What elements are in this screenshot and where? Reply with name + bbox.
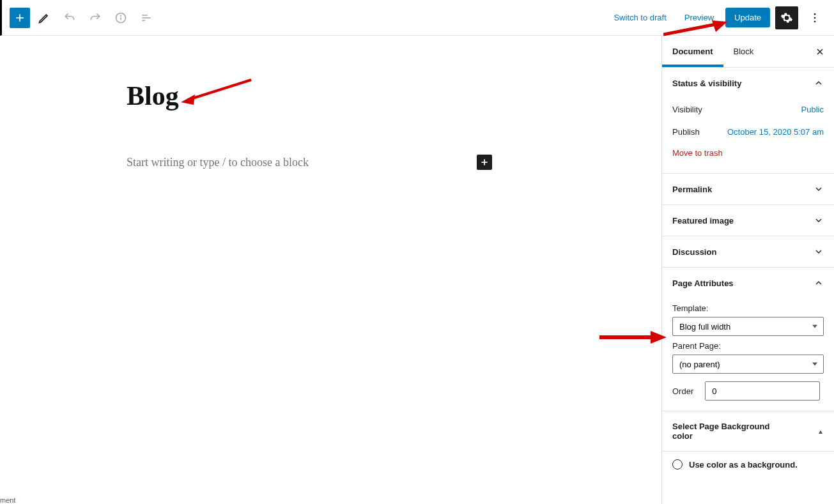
svg-point-8 [814,13,816,15]
panel-title: Status & visibility [672,79,741,88]
add-block-inline-button[interactable] [477,155,492,170]
empty-block-row: Start writing or type / to choose a bloc… [127,155,492,170]
order-input[interactable] [705,381,820,401]
right-tool-group: Switch to draft Preview Update [607,6,826,29]
panel-bg-color: Select Page Background color ▲ [662,411,834,452]
tab-document[interactable]: Document [662,36,723,67]
settings-sidebar: Document Block Status & visibility Visib… [661,36,834,504]
chevron-up-icon [814,278,824,288]
panel-page-attributes: Page Attributes Template: Blog full widt… [662,268,834,411]
panel-header-page-attributes[interactable]: Page Attributes [662,268,834,298]
svg-point-10 [814,20,816,22]
undo-icon [63,11,76,24]
plus-icon [13,11,26,24]
row-publish: Publish October 15, 2020 5:07 am [672,121,824,143]
sidebar-tabs: Document Block [662,36,834,68]
visibility-label: Visibility [672,105,702,114]
panel-title: Permalink [672,185,712,194]
panel-body-page-attributes: Template: Blog full width Parent Page: (… [662,303,834,411]
panel-title: Page Attributes [672,279,734,288]
panel-header-bg-color[interactable]: Select Page Background color ▲ [662,411,834,451]
panel-permalink: Permalink [662,174,834,205]
panel-status-visibility: Status & visibility Visibility Public Pu… [662,68,834,174]
panel-header-featured-image[interactable]: Featured image [662,205,834,236]
undo-button[interactable] [58,6,81,29]
publish-value[interactable]: October 15, 2020 5:07 am [727,127,824,137]
block-placeholder[interactable]: Start writing or type / to choose a bloc… [127,156,309,169]
update-button[interactable]: Update [725,8,770,27]
use-color-row[interactable]: Use color as a background. [662,452,834,477]
parent-page-select[interactable]: (no parent) [672,355,824,374]
svg-point-9 [814,17,816,19]
preview-button[interactable]: Preview [678,9,720,26]
row-visibility: Visibility Public [672,98,824,121]
close-icon [815,47,825,57]
publish-label: Publish [672,127,700,137]
template-select[interactable]: Blog full width [672,317,824,336]
chevron-up-icon [814,78,824,88]
info-button[interactable] [109,6,132,29]
pencil-icon [38,11,50,24]
panel-header-discussion[interactable]: Discussion [662,236,834,267]
outline-button[interactable] [135,6,158,29]
svg-point-4 [121,15,121,16]
info-icon [114,11,127,24]
redo-icon [89,11,102,24]
more-options-button[interactable] [803,6,826,29]
gear-icon [780,11,793,24]
editor-canvas: Blog Start writing or type / to choose a… [0,36,661,504]
panel-body-status: Visibility Public Publish October 15, 20… [662,98,834,173]
visibility-value[interactable]: Public [801,105,824,114]
content-column: Blog Start writing or type / to choose a… [127,80,497,170]
footer-fragment: ment [0,496,15,504]
move-to-trash-button[interactable]: Move to trash [672,143,824,163]
edit-tool-button[interactable] [33,6,56,29]
outline-icon [140,11,153,24]
left-tool-group [10,6,158,29]
panel-header-permalink[interactable]: Permalink [662,174,834,204]
redo-button[interactable] [84,6,107,29]
kebab-icon [808,11,821,24]
panel-featured-image: Featured image [662,205,834,236]
add-block-toolbar-button[interactable] [10,8,30,28]
close-sidebar-button[interactable] [811,43,829,61]
settings-toggle-button[interactable] [775,6,798,29]
order-label: Order [672,386,693,396]
page-title[interactable]: Blog [127,80,497,111]
plus-icon [479,157,490,167]
order-row: Order [672,381,824,401]
top-toolbar: Switch to draft Preview Update [0,0,834,36]
use-color-label: Use color as a background. [689,460,798,470]
tab-block[interactable]: Block [723,36,764,67]
radio-icon [672,459,683,470]
panel-title: Featured image [672,216,734,225]
panel-title: Select Page Background color [672,422,787,441]
chevron-down-icon [814,184,824,194]
chevron-down-icon [814,247,824,257]
panel-header-status[interactable]: Status & visibility [662,68,834,98]
triangle-up-icon: ▲ [817,428,824,435]
switch-to-draft-button[interactable]: Switch to draft [607,9,672,26]
panel-title: Discussion [672,247,716,257]
template-label: Template: [672,303,824,313]
chevron-down-icon [814,215,824,225]
parent-page-label: Parent Page: [672,341,824,351]
panel-discussion: Discussion [662,236,834,268]
